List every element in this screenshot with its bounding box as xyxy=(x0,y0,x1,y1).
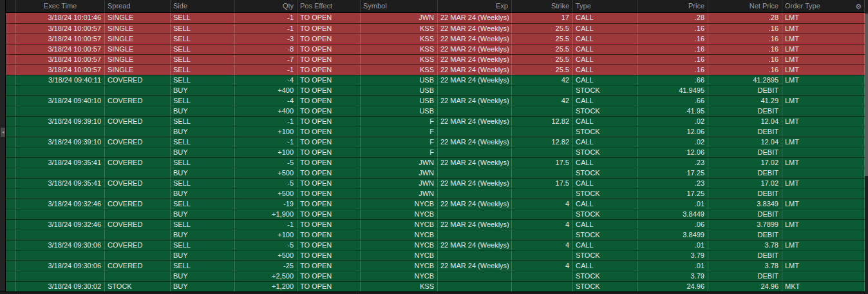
cell-spacer xyxy=(6,251,16,260)
cell-exec-time xyxy=(16,230,105,240)
scrollbar-thumb[interactable] xyxy=(865,14,868,176)
panel-collapse-handle[interactable]: ◂ xyxy=(1,128,5,137)
cell-net-price: .28 xyxy=(708,13,782,23)
order-row[interactable]: 3/18/24 10:00:57SINGLESELL-1TO OPENKSS22… xyxy=(6,23,865,34)
order-row[interactable]: BUY+2,500TO OPENNYCBSTOCK3.79DEBIT xyxy=(6,271,865,281)
cell-side: SELL xyxy=(171,24,235,34)
cell-price: .16 xyxy=(637,65,708,75)
cell-spread xyxy=(105,106,171,116)
cell-exec-time: 3/18/24 09:40:10 xyxy=(16,96,105,106)
column-header-exec-time[interactable]: Exec Time xyxy=(16,0,105,12)
cell-price: .16 xyxy=(637,55,708,64)
cell-spacer xyxy=(6,127,16,137)
order-row[interactable]: 3/18/24 09:35:41COVEREDSELL-5TO OPENJWN2… xyxy=(6,178,865,188)
order-row[interactable]: BUY+100TO OPENFSTOCK12.06DEBIT xyxy=(6,126,865,137)
cell-side: SELL xyxy=(171,240,235,250)
cell-price: 3.8499 xyxy=(637,230,708,240)
cell-qty: +400 xyxy=(235,86,297,95)
column-header-net-price[interactable]: Net Price xyxy=(708,0,782,12)
cell-exec-time xyxy=(16,251,105,260)
cell-spacer xyxy=(6,220,16,230)
cell-order-type: LMT xyxy=(782,220,865,230)
vertical-scrollbar[interactable] xyxy=(865,0,868,294)
cell-type: CALL xyxy=(573,65,637,75)
cell-strike: 12.82 xyxy=(512,117,573,126)
settings-gear-icon[interactable]: ⚙ xyxy=(855,0,862,13)
cell-price: 12.06 xyxy=(637,148,708,157)
cell-qty: +100 xyxy=(235,148,297,157)
column-header-spacer xyxy=(6,0,16,12)
cell-exec-time xyxy=(16,210,105,219)
cell-spread xyxy=(105,230,171,240)
cell-type: STOCK xyxy=(573,148,637,157)
cell-qty: +100 xyxy=(235,127,297,137)
cell-spread: COVERED xyxy=(105,75,171,85)
cell-exec-time: 3/18/24 09:32:46 xyxy=(16,220,105,230)
cell-qty: +500 xyxy=(235,189,297,199)
order-row[interactable]: BUY+100TO OPENNYCBSTOCK3.8499DEBIT xyxy=(6,230,865,240)
cell-side: BUY xyxy=(171,210,235,219)
cell-exec-time xyxy=(16,148,105,157)
column-header-type[interactable]: Type xyxy=(573,0,637,12)
order-row[interactable]: 3/18/24 09:39:10COVEREDSELL-1TO OPENF22 … xyxy=(6,116,865,126)
cell-side: SELL xyxy=(171,117,235,126)
cell-spacer xyxy=(6,271,16,281)
cell-spacer xyxy=(6,282,16,291)
cell-price: .02 xyxy=(637,137,708,147)
order-row[interactable]: 3/18/24 10:00:57SINGLESELL-1TO OPENKSS22… xyxy=(6,64,865,75)
order-row[interactable]: 3/18/24 09:30:02STOCKBUY+1,200TO OPENKSS… xyxy=(6,281,865,291)
cell-side: BUY xyxy=(171,106,235,116)
order-row[interactable]: 3/18/24 10:00:57SINGLESELL-7TO OPENKSS22… xyxy=(6,54,865,64)
column-header-symbol[interactable]: Symbol xyxy=(361,0,438,12)
cell-strike xyxy=(512,127,573,137)
order-row[interactable]: BUY+400TO OPENUSBSTOCK41.9495DEBIT xyxy=(6,85,865,95)
column-header-exp[interactable]: Exp xyxy=(438,0,512,12)
order-row[interactable]: 3/18/24 10:00:57SINGLESELL-3TO OPENKSS22… xyxy=(6,34,865,44)
order-row[interactable]: BUY+1,900TO OPENNYCBSTOCK3.8449DEBIT xyxy=(6,209,865,219)
cell-type: CALL xyxy=(573,96,637,106)
order-row[interactable]: 3/18/24 09:32:46COVEREDSELL-1TO OPENNYCB… xyxy=(6,219,865,230)
cell-price: 17.25 xyxy=(637,168,708,178)
left-panel-divider[interactable]: ◂ xyxy=(0,0,6,294)
cell-symbol: F xyxy=(361,117,438,126)
order-row[interactable]: 3/18/24 09:35:41COVEREDSELL-5TO OPENJWN2… xyxy=(6,157,865,168)
column-header-strike[interactable]: Strike xyxy=(512,0,573,12)
cell-spread: COVERED xyxy=(105,240,171,250)
order-row[interactable]: BUY+100TO OPENFSTOCK12.06DEBIT xyxy=(6,147,865,157)
order-row[interactable]: 3/18/24 09:32:46COVEREDSELL-19TO OPENNYC… xyxy=(6,199,865,209)
cell-net-price: DEBIT xyxy=(708,148,782,157)
cell-spacer xyxy=(6,44,16,54)
order-row[interactable]: 3/18/24 10:00:57SINGLESELL-8TO OPENKSS22… xyxy=(6,44,865,54)
order-row[interactable]: BUY+500TO OPENNYCBSTOCK3.79DEBIT xyxy=(6,250,865,260)
cell-price: .06 xyxy=(637,220,708,230)
cell-price: 17.25 xyxy=(637,189,708,199)
cell-side: BUY xyxy=(171,271,235,281)
order-row[interactable]: BUY+500TO OPENJWNSTOCK17.25DEBIT xyxy=(6,188,865,199)
order-row[interactable]: 3/18/24 09:39:10COVEREDSELL-1TO OPENF22 … xyxy=(6,137,865,147)
cell-pos-effect: TO OPEN xyxy=(297,127,361,137)
cell-side: BUY xyxy=(171,251,235,260)
column-header-spread[interactable]: Spread xyxy=(105,0,171,12)
cell-spread xyxy=(105,168,171,178)
cell-exec-time: 3/18/24 09:30:06 xyxy=(16,240,105,250)
cell-exp xyxy=(438,127,512,137)
order-row[interactable]: BUY+400TO OPENUSBSTOCK41.95DEBIT xyxy=(6,106,865,116)
cell-symbol: JWN xyxy=(361,158,438,168)
cell-exec-time: 3/18/24 10:00:57 xyxy=(16,34,105,44)
column-header-price[interactable]: Price xyxy=(637,0,708,12)
column-header-side[interactable]: Side xyxy=(171,0,235,12)
order-row[interactable]: 3/18/24 09:30:06COVEREDSELL-5TO OPENNYCB… xyxy=(6,240,865,250)
order-row[interactable]: 3/18/24 09:40:11COVEREDSELL-4TO OPENUSB2… xyxy=(6,75,865,85)
cell-order-type xyxy=(782,230,865,240)
order-row[interactable]: 3/18/24 09:30:06COVEREDSELL-25TO OPENNYC… xyxy=(6,260,865,271)
column-header-pos-effect[interactable]: Pos Effect xyxy=(297,0,361,12)
cell-pos-effect: TO OPEN xyxy=(297,117,361,126)
cell-order-type: LMT xyxy=(782,44,865,54)
cell-side: SELL xyxy=(171,137,235,147)
column-header-order-type[interactable]: Order Type xyxy=(782,0,865,12)
order-row[interactable]: 3/18/24 10:01:46SINGLESELL-1TO OPENJWN22… xyxy=(6,13,865,23)
order-row[interactable]: 3/18/24 09:40:10COVEREDSELL-4TO OPENUSB2… xyxy=(6,95,865,106)
column-header-qty[interactable]: Qty xyxy=(235,0,297,12)
cell-spread: COVERED xyxy=(105,261,171,271)
order-row[interactable]: BUY+500TO OPENJWNSTOCK17.25DEBIT xyxy=(6,168,865,178)
